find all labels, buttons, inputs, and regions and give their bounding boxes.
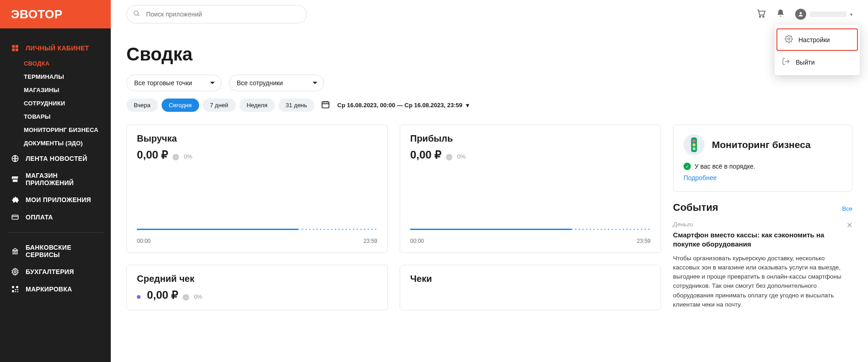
sidebar-item-news[interactable]: ЛЕНТА НОВОСТЕЙ [0,150,111,167]
sidebar-item-goods[interactable]: ТОВАРЫ [0,110,111,123]
indicator-dot [137,295,141,299]
sidebar-item-cabinet[interactable]: ЛИЧНЫЙ КАБИНЕТ [0,39,111,57]
sidebar-label: ЛИЧНЫЙ КАБИНЕТ [26,44,89,52]
svg-point-22 [693,143,695,146]
svg-point-6 [14,271,16,273]
globe-icon [11,154,19,163]
monitoring-title: Мониторинг бизнеса [712,139,811,150]
puzzle-icon [11,196,19,204]
card-revenue: Выручка 0,00 ₽ – 0% 00:00 23:59 [126,125,388,253]
date-range-picker[interactable]: Ср 16.08.2023, 00:00 — Ср 16.08.2023, 23… [337,102,469,109]
user-menu-trigger[interactable]: ▾ [795,9,852,20]
sidebar-item-shops[interactable]: МАГАЗИНЫ [0,83,111,97]
sidebar-label: БУХГАЛТЕРИЯ [26,268,74,275]
dropdown-label: Настройки [798,36,830,44]
filter-sales-points[interactable]: Все торговые точки [126,75,222,91]
svg-rect-3 [16,49,18,51]
svg-point-15 [760,16,761,17]
period-yesterday[interactable]: Вчера [126,99,158,112]
user-dropdown: Настройки Выйти [775,25,860,75]
svg-point-21 [693,139,695,142]
axis-end: 23:59 [363,238,377,244]
dropdown-label: Выйти [796,59,814,66]
svg-rect-5 [12,215,18,219]
sidebar: ЭВОТОР ЛИЧНЫЙ КАБИНЕТ СВОДКА ТЕРМИНАЛЫ М… [0,0,111,362]
sidebar-label: БАНКОВСКИЕ СЕРВИСЫ [26,244,100,258]
sidebar-label: ОПЛАТА [26,214,53,221]
chevron-down-icon: ▾ [466,102,469,109]
sparkline [137,229,377,232]
select-value: Все торговые точки [134,79,192,87]
metric-value: 0,00 ₽ [137,148,168,161]
sidebar-item-staff[interactable]: СОТРУДНИКИ [0,97,111,110]
date-range-text: Ср 16.08.2023, 00:00 — Ср 16.08.2023, 23… [337,102,462,109]
dropdown-logout[interactable]: Выйти [775,52,860,72]
svg-rect-11 [17,289,18,290]
gear-icon [785,35,793,44]
axis-start: 00:00 [137,238,151,244]
sidebar-item-docs[interactable]: ДОКУМЕНТЫ (ЭДО) [0,137,111,150]
event-body: Чтобы организовать курьерскую доставку, … [673,254,852,310]
select-value: Все сотрудники [237,79,283,87]
period-today[interactable]: Сегодня [162,99,199,112]
event-headline[interactable]: Смартфон вместо кассы: как сэкономить на… [673,230,852,249]
check-circle-icon: ✓ [684,163,691,170]
svg-rect-12 [15,291,16,292]
sidebar-item-myapps[interactable]: МОИ ПРИЛОЖЕНИЯ [0,191,111,208]
status-text: У вас всё в порядке. [694,163,755,170]
metric-value: 0,00 ₽ [410,148,441,161]
card-icon [11,213,19,221]
bank-icon [11,247,19,255]
main: ▾ Настройки Выйти Сводка Все торговые то… [111,0,868,362]
search-input[interactable] [126,5,307,23]
events-all-link[interactable]: Все [842,205,852,212]
logout-icon [782,57,790,67]
logo: ЭВОТОР [0,0,111,28]
card-title: Средний чек [137,274,377,284]
sidebar-item-summary[interactable]: СВОДКА [0,57,111,70]
sidebar-item-appstore[interactable]: МАГАЗИН ПРИЛОЖЕНИЙ [0,167,111,191]
sidebar-item-payment[interactable]: ОПЛАТА [0,208,111,226]
dropdown-settings[interactable]: Настройки [776,28,858,51]
qr-icon [11,285,19,293]
sidebar-item-monitoring[interactable]: МОНИТОРИНГ БИЗНЕСА [0,123,111,137]
svg-point-16 [763,16,764,17]
filter-employees[interactable]: Все сотрудники [229,75,324,91]
axis-end: 23:59 [637,238,651,244]
period-31days[interactable]: 31 день [278,99,315,112]
period-7days[interactable]: 7 дней [203,99,236,112]
monitoring-more-link[interactable]: Подробнее [684,174,717,181]
calendar-icon[interactable] [321,100,330,111]
axis-start: 00:00 [410,238,424,244]
sidebar-item-bank[interactable]: БАНКОВСКИЕ СЕРВИСЫ [0,239,111,263]
svg-rect-2 [12,49,15,51]
store-icon [11,175,19,183]
metric-delta: 0% [457,153,466,160]
page-title: Сводка [126,44,852,65]
close-icon[interactable]: ✕ [846,221,852,230]
avatar-icon [795,9,806,20]
sparkline [410,229,651,232]
svg-rect-10 [15,289,16,290]
sidebar-label: МОИ ПРИЛОЖЕНИЯ [26,196,91,203]
sidebar-item-marking[interactable]: МАРКИРОВКА [0,280,111,298]
svg-rect-19 [322,102,329,108]
metric-value: 0,00 ₽ [147,289,178,302]
trend-flat-icon: – [173,154,179,160]
svg-point-14 [134,11,138,15]
cart-icon[interactable] [756,8,766,20]
trend-flat-icon: – [446,154,452,160]
card-profit: Прибыль 0,00 ₽ – 0% 00:00 23:59 [400,125,661,253]
sidebar-item-accounting[interactable]: БУХГАЛТЕРИЯ [0,263,111,280]
sidebar-label: ЛЕНТА НОВОСТЕЙ [26,155,87,162]
bell-icon[interactable] [776,9,785,20]
svg-rect-9 [12,290,14,292]
svg-rect-1 [16,45,18,48]
search-icon [133,10,140,19]
event-category: Деньги [673,221,852,228]
sidebar-item-terminals[interactable]: ТЕРМИНАЛЫ [0,70,111,83]
card-title: Чеки [410,274,651,284]
topbar: ▾ [126,0,852,28]
svg-point-18 [788,38,790,40]
period-week[interactable]: Неделя [239,99,275,112]
